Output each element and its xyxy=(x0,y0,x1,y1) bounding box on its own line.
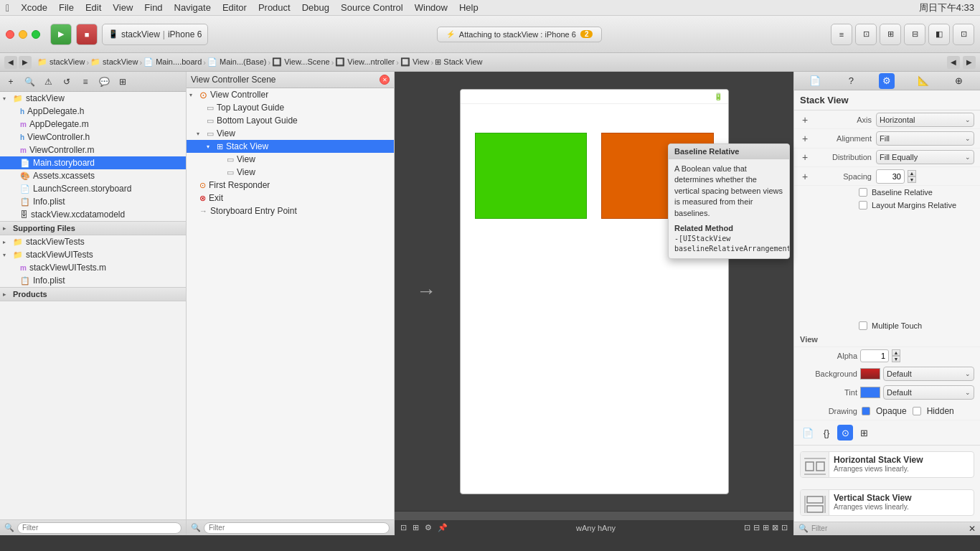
menu-navigate[interactable]: Navigate xyxy=(174,2,211,13)
help-tab-4[interactable]: ⊞ xyxy=(856,425,872,441)
breadcrumb-item-4[interactable]: 📄 Main...(Base) xyxy=(207,57,266,67)
alpha-input[interactable] xyxy=(860,349,889,362)
breadcrumb-item-5[interactable]: 🔲 View...Scene xyxy=(272,57,329,67)
canvas-mode-icon-1[interactable]: ⊡ xyxy=(400,523,407,532)
sidebar-item-appdelegate-m[interactable]: m AppDelegate.m xyxy=(0,118,186,131)
scene-item-exit[interactable]: ⊗ Exit xyxy=(187,192,394,204)
sidebar-refresh-button[interactable]: ↺ xyxy=(59,74,75,90)
sidebar-item-stackview-root[interactable]: 📁 stackView xyxy=(0,92,186,105)
breadcrumb-item-1[interactable]: 📁 stackView xyxy=(37,57,85,67)
file-inspector-icon[interactable]: 📄 xyxy=(807,73,823,89)
nav-next-issue[interactable]: ▶ xyxy=(963,56,976,69)
connections-inspector-icon[interactable]: ⊕ xyxy=(951,73,967,89)
apple-menu[interactable]:  xyxy=(6,2,9,14)
nav-prev-issue[interactable]: ◀ xyxy=(947,56,960,69)
scene-item-first-responder[interactable]: ⊙ First Responder xyxy=(187,179,394,192)
scene-item-stack-view[interactable]: ⊞ Stack View xyxy=(187,140,394,153)
help-tab-1[interactable]: 📄 xyxy=(800,425,816,441)
sidebar-warning-button[interactable]: ⚠ xyxy=(40,74,56,90)
scene-item-view-child-1[interactable]: ▭ View xyxy=(187,153,394,166)
minimize-button[interactable] xyxy=(19,30,27,39)
canvas-mode-icon-4[interactable]: 📌 xyxy=(438,523,448,532)
debug-toggle[interactable]: ⊡ xyxy=(855,24,877,45)
scene-item-view-child-2[interactable]: ▭ View xyxy=(187,166,394,179)
layout-margins-checkbox[interactable] xyxy=(859,201,867,209)
distribution-select[interactable]: Fill Equally ⌄ xyxy=(876,150,974,164)
sidebar-item-viewcontroller-h[interactable]: h ViewController.h xyxy=(0,131,186,143)
section-products[interactable]: Products xyxy=(0,287,186,301)
inspector-toggle[interactable]: ⊞ xyxy=(880,24,901,45)
sidebar-item-launchscreen[interactable]: 📄 LaunchScreen.storyboard xyxy=(0,182,186,195)
sidebar-filter-input[interactable] xyxy=(17,522,182,534)
stop-button[interactable]: ■ xyxy=(76,24,98,45)
maximize-button[interactable] xyxy=(32,30,40,39)
size-inspector-icon[interactable]: 📐 xyxy=(915,73,931,89)
hidden-checkbox[interactable] xyxy=(913,407,921,415)
menu-product[interactable]: Product xyxy=(258,2,291,13)
background-select[interactable]: Default ⌄ xyxy=(883,367,974,381)
scheme-selector[interactable]: 📱 stackView | iPhone 6 xyxy=(102,24,208,45)
axis-add-button[interactable]: + xyxy=(800,115,810,125)
help-tab-3[interactable]: ⊙ xyxy=(837,425,853,441)
breadcrumb-item-3[interactable]: 📄 Main....board xyxy=(143,57,202,67)
editor-mode[interactable]: ⊟ xyxy=(904,24,925,45)
opaque-checkbox[interactable] xyxy=(862,407,870,415)
canvas-mode-icon-3[interactable]: ⚙ xyxy=(425,523,432,532)
baseline-relative-checkbox[interactable] xyxy=(859,188,867,197)
menu-debug[interactable]: Debug xyxy=(302,2,329,13)
alignment-select[interactable]: Fill ⌄ xyxy=(876,131,974,146)
breadcrumb-item-8[interactable]: ⊞ Stack View xyxy=(435,57,482,67)
alpha-increment[interactable]: ▲ xyxy=(892,349,900,356)
scene-item-view[interactable]: ▭ View xyxy=(187,127,394,140)
bottom-icon-1[interactable]: ⊡ xyxy=(744,523,750,532)
alignment-add-button[interactable]: + xyxy=(800,133,810,143)
breadcrumb-item-6[interactable]: 🔲 View...ntroller xyxy=(335,57,395,67)
spacing-decrement[interactable]: ▼ xyxy=(908,176,916,183)
bottom-icon-5[interactable]: ⊡ xyxy=(781,523,788,532)
sidebar-item-info-plist[interactable]: 📋 Info.plist xyxy=(0,195,186,208)
nav-back[interactable]: ◀ xyxy=(4,56,17,69)
green-view[interactable] xyxy=(475,133,588,219)
sidebar-item-appdelegate-h[interactable]: h AppDelegate.h xyxy=(0,105,186,118)
breadcrumb-item-2[interactable]: 📁 stackView xyxy=(90,57,138,67)
sidebar-add-button[interactable]: + xyxy=(3,74,19,90)
sidebar-item-stackviewuitests[interactable]: 📁 stackViewUITests xyxy=(0,248,186,261)
horizontal-scrollbar[interactable] xyxy=(395,511,793,519)
sidebar-item-viewcontroller-m[interactable]: m ViewController.m xyxy=(0,143,186,156)
scene-item-top-layout[interactable]: ▭ Top Layout Guide xyxy=(187,101,394,114)
filter-clear-button[interactable]: ✕ xyxy=(969,524,976,534)
sidebar-item-info-plist-2[interactable]: 📋 Info.plist xyxy=(0,274,186,287)
quick-help-icon[interactable]: ? xyxy=(843,73,859,89)
menu-xcode[interactable]: Xcode xyxy=(21,2,47,13)
spacing-input[interactable] xyxy=(876,169,905,184)
menu-source-control[interactable]: Source Control xyxy=(341,2,403,13)
menu-help[interactable]: Help xyxy=(459,2,479,13)
menu-file[interactable]: File xyxy=(59,2,74,13)
sidebar-comment-button[interactable]: 💬 xyxy=(96,74,112,90)
menu-view[interactable]: View xyxy=(113,2,133,13)
bottom-icon-4[interactable]: ⊠ xyxy=(772,523,778,532)
menu-find[interactable]: Find xyxy=(144,2,162,13)
spacing-add-button[interactable]: + xyxy=(800,171,810,182)
sidebar-item-stackviewuitests-m[interactable]: m stackViewUITests.m xyxy=(0,261,186,274)
multiple-touch-checkbox[interactable] xyxy=(859,321,867,330)
breadcrumb-item-7[interactable]: 🔲 View xyxy=(400,57,430,67)
sidebar-item-xcdatamodel[interactable]: 🗄 stackView.xcdatamodeld xyxy=(0,208,186,221)
sidebar-filter-button[interactable]: 🔍 xyxy=(22,74,37,90)
view-mode-1[interactable]: ◧ xyxy=(928,24,950,45)
background-swatch[interactable] xyxy=(860,368,880,380)
view-mode-2[interactable]: ⊡ xyxy=(953,24,974,45)
distribution-add-button[interactable]: + xyxy=(800,152,810,162)
navigator-toggle[interactable]: ≡ xyxy=(831,24,852,45)
attributes-inspector-icon[interactable]: ⚙ xyxy=(879,73,895,89)
nav-forward[interactable]: ▶ xyxy=(19,56,32,69)
canvas[interactable]: → 🔋 xyxy=(395,72,793,511)
close-button[interactable] xyxy=(6,30,14,39)
bottom-icon-2[interactable]: ⊟ xyxy=(753,523,760,532)
sidebar-hierarchy-button[interactable]: ≡ xyxy=(77,74,93,90)
tint-swatch[interactable] xyxy=(860,387,880,398)
scene-close-button[interactable]: ✕ xyxy=(380,75,390,85)
section-supporting-files[interactable]: Supporting Files xyxy=(0,221,186,235)
axis-select[interactable]: Horizontal ⌄ xyxy=(876,113,974,127)
tint-select[interactable]: Default ⌄ xyxy=(883,385,974,400)
